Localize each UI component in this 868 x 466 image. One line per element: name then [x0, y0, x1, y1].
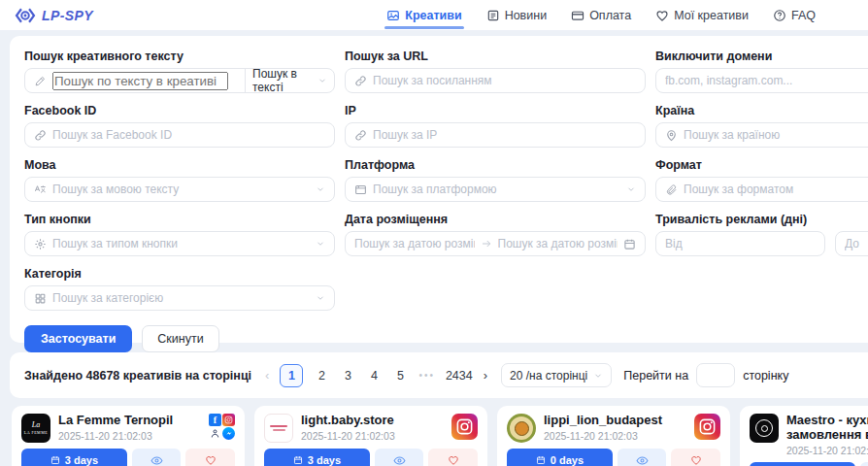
country-input[interactable] — [684, 128, 868, 142]
language-select[interactable]: Пошук за мовою тексту — [24, 177, 335, 202]
avatar — [264, 414, 293, 443]
next-page-icon[interactable]: › — [484, 368, 487, 383]
apply-button[interactable]: Застосувати — [24, 325, 132, 352]
format-select[interactable]: Пошук за форматом — [655, 177, 868, 202]
days-button[interactable]: 0 days — [507, 449, 613, 466]
page-1[interactable]: 1 — [280, 364, 303, 387]
field-label: Facebook ID — [24, 104, 335, 117]
calendar-icon — [50, 455, 60, 465]
link-icon — [354, 129, 367, 142]
creative-card[interactable]: lippi_lion_budapest 2025-11-20 21:02:03 … — [497, 406, 730, 466]
creative-card[interactable]: Maestro - кухні, меблі на замовлення в У… — [740, 406, 868, 466]
card-date: 2025-11-20 21:02:03 — [544, 430, 690, 442]
filter-creative-text: Пошук креативного тексту Пошук в тексті — [24, 50, 335, 93]
prev-page-icon[interactable]: ‹ — [265, 368, 269, 383]
select-placeholder: Пошук за форматом — [684, 183, 868, 196]
nav-news[interactable]: Новини — [486, 9, 548, 22]
avatar — [507, 414, 536, 443]
view-button[interactable] — [618, 449, 667, 466]
goto-page-input[interactable] — [696, 363, 735, 387]
page-5[interactable]: 5 — [392, 369, 408, 383]
text-search-mode-select[interactable]: Пошук в тексті — [245, 69, 334, 92]
pagination-ellipsis[interactable]: ••• — [418, 370, 435, 381]
view-button[interactable] — [132, 449, 182, 466]
favorite-button[interactable] — [428, 449, 478, 466]
page-4[interactable]: 4 — [366, 369, 382, 383]
duration-from-input[interactable] — [665, 237, 816, 250]
favorite-button[interactable] — [185, 449, 235, 466]
translate-icon — [34, 183, 47, 196]
field-label: Формат — [655, 158, 868, 172]
page-2[interactable]: 2 — [314, 369, 329, 383]
mode-value: Пошук в тексті — [252, 68, 313, 93]
page-size-value: 20 /на сторінці — [510, 369, 587, 383]
creative-text-input[interactable] — [52, 72, 228, 90]
select-placeholder: Пошук за платформою — [373, 183, 620, 196]
facebook-id-input[interactable] — [52, 128, 325, 142]
days-button[interactable]: 3 days — [750, 462, 855, 466]
heart-icon — [205, 454, 217, 466]
nav-my-creatives[interactable]: Мої креативи — [655, 9, 749, 22]
eye-logo-icon — [15, 7, 36, 24]
duration-to-input[interactable] — [845, 237, 868, 250]
instagram-icon — [694, 414, 720, 440]
nav-label: Новини — [505, 9, 548, 22]
page-size-select[interactable]: 20 /на сторінці — [501, 363, 612, 387]
category-select[interactable]: Пошук за категорією — [24, 285, 335, 311]
button-type-select[interactable]: Пошук за типом кнопки — [24, 231, 335, 256]
nav-faq[interactable]: FAQ — [773, 9, 816, 22]
creative-card[interactable]: La LA FEMME La Femme Ternopil 2025-11-20… — [12, 406, 245, 466]
reset-button[interactable]: Скинути — [142, 325, 218, 352]
date-range-picker[interactable]: Пошук за датою розміщення Пошук за датою… — [345, 231, 646, 256]
filter-exclude-domains: Виключити домени — [655, 50, 868, 93]
creative-card[interactable]: light.baby.store 2025-11-20 21:02:03 3 d… — [254, 406, 487, 466]
favorite-button[interactable] — [671, 449, 720, 466]
nav-payment[interactable]: Оплата — [571, 9, 631, 22]
select-placeholder: Пошук за типом кнопки — [52, 237, 310, 250]
card-date: 2025-11-20 21:02:03 — [58, 430, 205, 442]
calendar-icon — [623, 238, 636, 250]
platform-icon — [354, 183, 367, 196]
filter-platform: Платформа Пошук за платформою — [345, 158, 646, 202]
question-icon — [773, 9, 786, 22]
ip-input[interactable] — [373, 128, 636, 142]
chevron-down-icon — [317, 76, 327, 85]
field-label: Тривалість реклами (дні) — [655, 213, 868, 226]
filter-facebook-id: Facebook ID — [24, 104, 335, 148]
url-input[interactable] — [373, 74, 636, 87]
view-button[interactable] — [860, 462, 868, 466]
calendar-icon — [293, 455, 303, 465]
calendar-icon — [536, 455, 546, 465]
filter-ip: IP — [345, 104, 646, 148]
top-header: LP-SPY Креативи Новини Оплата Мої креати… — [0, 0, 868, 30]
link-icon — [34, 129, 47, 142]
goto-page: Перейти на сторінку — [623, 363, 788, 387]
days-button[interactable]: 3 days — [21, 449, 127, 466]
results-summary: Знайдено 48678 креативів на сторінці — [24, 369, 251, 383]
field-label: Пошук за URL — [345, 50, 646, 63]
days-button[interactable]: 3 days — [264, 449, 370, 466]
avatar: La LA FEMME — [21, 414, 50, 443]
goto-suffix: сторінку — [743, 369, 788, 383]
audience-network-icon — [209, 427, 221, 440]
page-3[interactable]: 3 — [340, 369, 355, 383]
chevron-down-icon — [626, 184, 636, 194]
app-logo[interactable]: LP-SPY — [15, 7, 93, 24]
select-placeholder: Пошук за мовою тексту — [52, 183, 310, 196]
exclude-domains-input[interactable] — [665, 74, 868, 87]
eye-icon — [150, 454, 163, 466]
platform-select[interactable]: Пошук за платформою — [345, 177, 646, 202]
filter-placement-date: Дата розміщення Пошук за датою розміщенн… — [345, 213, 646, 256]
filter-category: Категорія Пошук за категорією — [24, 267, 335, 311]
chevron-down-icon — [316, 239, 325, 249]
field-label: Пошук креативного тексту — [24, 50, 335, 63]
heart-icon — [655, 9, 669, 22]
main-nav: Креативи Новини Оплата Мої креативи FAQ — [386, 0, 816, 30]
page-last[interactable]: 2434 — [446, 369, 473, 383]
field-label: Мова — [24, 158, 335, 172]
view-button[interactable] — [375, 449, 424, 466]
messenger-icon — [222, 427, 235, 440]
field-label: Категорія — [24, 267, 335, 281]
nav-label: Мої креативи — [674, 9, 749, 22]
nav-creatives[interactable]: Креативи — [386, 9, 461, 22]
